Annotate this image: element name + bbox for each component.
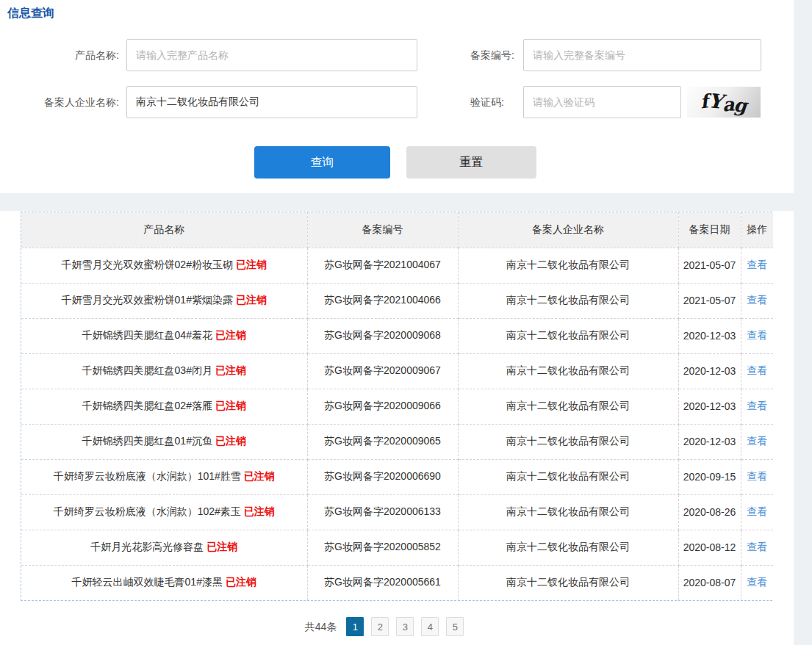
operation-cell: 查看 xyxy=(741,459,773,494)
query-button[interactable]: 查询 xyxy=(254,146,390,179)
company-cell: 南京十二钗化妆品有限公司 xyxy=(458,459,678,494)
table-row: 千妍雪月交光双效蜜粉饼01#紫烟染露已注销苏G妆网备字2021004066南京十… xyxy=(21,283,773,318)
filing-number-cell: 苏G妆网备字2020005661 xyxy=(307,565,458,600)
company-cell: 南京十二钗化妆品有限公司 xyxy=(458,248,678,283)
product-cell: 千妍绮罗云妆粉底液（水润款）102#素玉已注销 xyxy=(21,494,307,530)
pagination-pages: 12345 xyxy=(342,617,467,636)
product-name: 千妍绮罗云妆粉底液（水润款）102#素玉 xyxy=(54,505,241,517)
date-cell: 2020-08-07 xyxy=(678,565,741,600)
view-link[interactable]: 查看 xyxy=(747,364,767,376)
page-button-1[interactable]: 1 xyxy=(346,617,364,636)
view-link[interactable]: 查看 xyxy=(747,259,767,270)
view-link[interactable]: 查看 xyxy=(747,576,767,588)
header-product-name: 产品名称 xyxy=(21,212,307,248)
table-row: 千妍绮罗云妆粉底液（水润款）101#胜雪已注销苏G妆网备字2020006690南… xyxy=(21,459,773,494)
company-cell: 南京十二钗化妆品有限公司 xyxy=(458,530,678,565)
view-link[interactable]: 查看 xyxy=(747,470,767,482)
table-row: 千妍绮罗云妆粉底液（水润款）102#素玉已注销苏G妆网备字2020006133南… xyxy=(21,494,773,530)
table-row: 千妍锦绣四美腮红盘04#羞花已注销苏G妆网备字2020009068南京十二钗化妆… xyxy=(21,318,773,353)
table-row: 千妍锦绣四美腮红盘01#沉鱼已注销苏G妆网备字2020009065南京十二钗化妆… xyxy=(21,424,773,459)
header-filing-date: 备案日期 xyxy=(678,212,741,248)
product-cell: 千妍锦绣四美腮红盘03#闭月已注销 xyxy=(21,353,307,389)
filing-number-cell: 苏G妆网备字2021004066 xyxy=(307,283,458,318)
status-badge: 已注销 xyxy=(236,294,267,306)
view-link[interactable]: 查看 xyxy=(747,329,767,341)
product-cell: 千妍锦绣四美腮红盘02#落雁已注销 xyxy=(21,389,307,424)
total-count-label: 共44条 xyxy=(305,617,337,636)
captcha-image[interactable]: fYag xyxy=(687,87,761,118)
company-cell: 南京十二钗化妆品有限公司 xyxy=(458,318,678,353)
filing-number-input[interactable] xyxy=(523,39,761,71)
date-cell: 2021-05-07 xyxy=(678,248,741,283)
status-badge: 已注销 xyxy=(226,576,256,588)
page-button-5[interactable]: 5 xyxy=(446,617,464,636)
date-cell: 2020-12-03 xyxy=(678,389,741,424)
date-cell: 2020-12-03 xyxy=(678,353,741,389)
view-link[interactable]: 查看 xyxy=(747,505,767,517)
view-link[interactable]: 查看 xyxy=(747,541,767,552)
operation-cell: 查看 xyxy=(741,530,773,565)
filing-number-cell: 苏G妆网备字2020005852 xyxy=(307,530,458,565)
operation-cell: 查看 xyxy=(741,248,773,283)
view-link[interactable]: 查看 xyxy=(747,435,767,447)
product-name: 千妍雪月交光双效蜜粉饼02#粉妆玉砌 xyxy=(62,259,233,270)
results-section: 产品名称 备案编号 备案人企业名称 备案日期 操作 千妍雪月交光双效蜜粉饼02#… xyxy=(0,211,794,645)
operation-cell: 查看 xyxy=(741,424,773,459)
product-cell: 千妍月光花影高光修容盘已注销 xyxy=(21,530,307,565)
product-cell: 千妍雪月交光双效蜜粉饼02#粉妆玉砌已注销 xyxy=(21,248,307,283)
company-cell: 南京十二钗化妆品有限公司 xyxy=(458,565,678,600)
product-cell: 千妍绮罗云妆粉底液（水润款）101#胜雪已注销 xyxy=(21,459,307,494)
product-name: 千妍雪月交光双效蜜粉饼01#紫烟染露 xyxy=(62,294,233,306)
status-badge: 已注销 xyxy=(244,505,275,517)
company-cell: 南京十二钗化妆品有限公司 xyxy=(458,424,678,459)
status-badge: 已注销 xyxy=(215,364,246,376)
table-header-row: 产品名称 备案编号 备案人企业名称 备案日期 操作 xyxy=(21,212,773,248)
view-link[interactable]: 查看 xyxy=(747,294,767,306)
captcha-char: Y xyxy=(708,89,724,113)
page-button-3[interactable]: 3 xyxy=(396,617,414,636)
filing-number-label: 备案编号: xyxy=(470,39,514,71)
header-filing-number: 备案编号 xyxy=(307,212,458,248)
product-cell: 千妍雪月交光双效蜜粉饼01#紫烟染露已注销 xyxy=(21,283,307,318)
status-badge: 已注销 xyxy=(215,435,246,447)
header-company-name: 备案人企业名称 xyxy=(458,212,678,248)
filing-number-cell: 苏G妆网备字2020006690 xyxy=(307,459,458,494)
status-badge: 已注销 xyxy=(206,541,237,552)
product-cell: 千妍锦绣四美腮红盘04#羞花已注销 xyxy=(21,318,307,353)
product-name: 千妍锦绣四美腮红盘01#沉鱼 xyxy=(82,435,212,447)
product-name-input[interactable] xyxy=(126,39,417,71)
reset-button[interactable]: 重置 xyxy=(406,146,536,179)
captcha-input[interactable] xyxy=(523,86,681,118)
product-name: 千妍绮罗云妆粉底液（水润款）101#胜雪 xyxy=(54,470,241,482)
page-title: 信息查询 xyxy=(7,6,54,21)
filing-number-cell: 苏G妆网备字2020009067 xyxy=(307,353,458,389)
operation-cell: 查看 xyxy=(741,565,773,600)
status-badge: 已注销 xyxy=(236,259,267,270)
date-cell: 2020-09-15 xyxy=(678,459,741,494)
date-cell: 2021-05-07 xyxy=(678,283,741,318)
operation-cell: 查看 xyxy=(741,283,773,318)
table-row: 千妍锦绣四美腮红盘03#闭月已注销苏G妆网备字2020009067南京十二钗化妆… xyxy=(21,353,773,389)
captcha-label: 验证码: xyxy=(470,86,504,118)
operation-cell: 查看 xyxy=(741,353,773,389)
product-cell: 千妍锦绣四美腮红盘01#沉鱼已注销 xyxy=(21,424,307,459)
date-cell: 2020-08-26 xyxy=(678,494,741,530)
table-row: 千妍轻云出岫双效睫毛膏01#漆黑已注销苏G妆网备字2020005661南京十二钗… xyxy=(21,565,773,600)
company-name-label: 备案人企业名称: xyxy=(15,86,119,118)
product-name: 千妍月光花影高光修容盘 xyxy=(90,541,204,552)
date-cell: 2020-12-03 xyxy=(678,424,741,459)
table-body: 千妍雪月交光双效蜜粉饼02#粉妆玉砌已注销苏G妆网备字2021004067南京十… xyxy=(21,248,773,600)
operation-cell: 查看 xyxy=(741,494,773,530)
page-button-2[interactable]: 2 xyxy=(371,617,389,636)
page-button-4[interactable]: 4 xyxy=(421,617,439,636)
product-cell: 千妍轻云出岫双效睫毛膏01#漆黑已注销 xyxy=(21,565,307,600)
product-name-label: 产品名称: xyxy=(15,39,119,71)
date-cell: 2020-12-03 xyxy=(678,318,741,353)
operation-cell: 查看 xyxy=(741,389,773,424)
company-name-input[interactable] xyxy=(126,86,417,118)
filing-number-cell: 苏G妆网备字2021004067 xyxy=(307,248,458,283)
company-cell: 南京十二钗化妆品有限公司 xyxy=(458,283,678,318)
status-badge: 已注销 xyxy=(244,470,275,482)
pagination: 共44条 12345 xyxy=(0,617,772,636)
view-link[interactable]: 查看 xyxy=(747,400,767,411)
